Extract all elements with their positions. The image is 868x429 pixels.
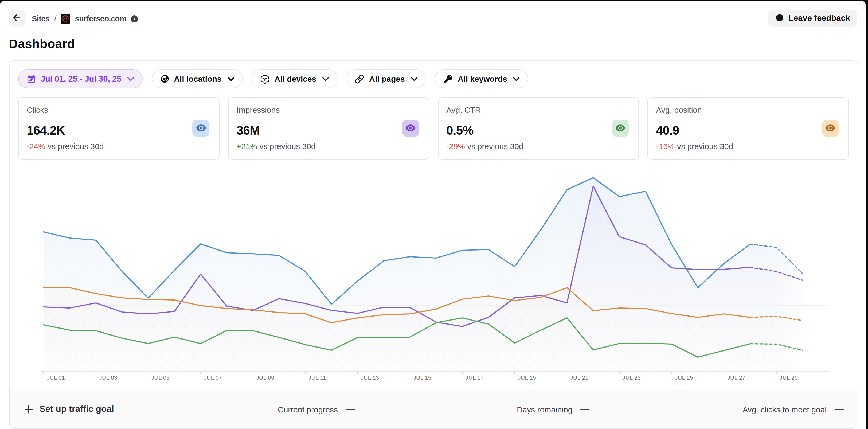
svg-text:JUL 03: JUL 03	[99, 374, 117, 381]
svg-text:JUL 29: JUL 29	[780, 374, 798, 381]
svg-text:JUL 13: JUL 13	[361, 374, 379, 381]
svg-text:JUL 21: JUL 21	[570, 374, 588, 381]
svg-text:JUL 25: JUL 25	[675, 374, 693, 381]
svg-text:JUL 27: JUL 27	[727, 374, 745, 381]
svg-text:JUL 05: JUL 05	[151, 374, 169, 381]
svg-text:JUL 11: JUL 11	[308, 374, 327, 381]
svg-text:JUL 01: JUL 01	[47, 374, 65, 381]
svg-text:JUL 07: JUL 07	[204, 374, 222, 381]
svg-text:JUL 19: JUL 19	[518, 374, 536, 381]
svg-text:JUL 09: JUL 09	[256, 374, 274, 381]
svg-text:JUL 15: JUL 15	[413, 374, 431, 381]
svg-text:JUL 23: JUL 23	[623, 374, 641, 381]
svg-text:JUL 17: JUL 17	[466, 374, 484, 381]
